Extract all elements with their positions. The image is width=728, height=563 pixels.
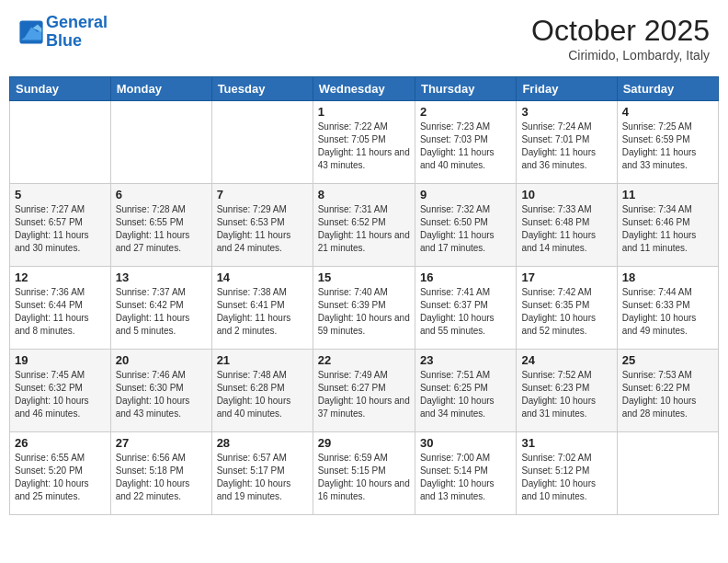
day-cell: 21Sunrise: 7:48 AM Sunset: 6:28 PM Dayli… — [211, 350, 313, 432]
day-cell: 2Sunrise: 7:23 AM Sunset: 7:03 PM Daylig… — [415, 101, 516, 184]
day-cell: 13Sunrise: 7:37 AM Sunset: 6:42 PM Dayli… — [110, 267, 211, 350]
day-header-saturday: Saturday — [617, 77, 718, 101]
day-info: Sunrise: 7:41 AM Sunset: 6:37 PM Dayligh… — [420, 286, 511, 338]
title-area: October 2025 Cirimido, Lombardy, Italy — [531, 14, 710, 63]
day-info: Sunrise: 7:29 AM Sunset: 6:53 PM Dayligh… — [217, 203, 308, 255]
day-info: Sunrise: 7:02 AM Sunset: 5:12 PM Dayligh… — [521, 452, 611, 503]
day-number: 15 — [318, 270, 410, 284]
day-info: Sunrise: 7:36 AM Sunset: 6:44 PM Dayligh… — [15, 286, 106, 338]
day-info: Sunrise: 7:27 AM Sunset: 6:57 PM Dayligh… — [15, 203, 106, 255]
day-cell: 26Sunrise: 6:55 AM Sunset: 5:20 PM Dayli… — [10, 432, 111, 515]
calendar: SundayMondayTuesdayWednesdayThursdayFrid… — [9, 76, 719, 515]
day-cell: 28Sunrise: 6:57 AM Sunset: 5:17 PM Dayli… — [211, 432, 313, 515]
day-info: Sunrise: 6:56 AM Sunset: 5:18 PM Dayligh… — [116, 452, 207, 503]
week-row-1: 1Sunrise: 7:22 AM Sunset: 7:05 PM Daylig… — [10, 101, 719, 184]
day-info: Sunrise: 7:33 AM Sunset: 6:48 PM Dayligh… — [521, 203, 611, 255]
day-number: 21 — [217, 353, 308, 367]
day-cell: 11Sunrise: 7:34 AM Sunset: 6:46 PM Dayli… — [617, 184, 718, 267]
logo-line1: General — [46, 13, 108, 31]
day-info: Sunrise: 7:25 AM Sunset: 6:59 PM Dayligh… — [622, 121, 713, 172]
day-info: Sunrise: 7:49 AM Sunset: 6:27 PM Dayligh… — [318, 369, 410, 420]
day-info: Sunrise: 6:59 AM Sunset: 5:15 PM Dayligh… — [318, 452, 410, 503]
day-info: Sunrise: 7:40 AM Sunset: 6:39 PM Dayligh… — [318, 286, 410, 338]
day-number: 18 — [622, 270, 713, 284]
day-number: 16 — [420, 270, 511, 284]
day-number: 1 — [318, 105, 410, 119]
day-cell: 30Sunrise: 7:00 AM Sunset: 5:14 PM Dayli… — [415, 432, 516, 515]
day-info: Sunrise: 7:37 AM Sunset: 6:42 PM Dayligh… — [116, 286, 207, 338]
day-cell: 6Sunrise: 7:28 AM Sunset: 6:55 PM Daylig… — [110, 184, 211, 267]
day-cell — [10, 101, 111, 184]
day-header-thursday: Thursday — [415, 77, 516, 101]
day-number: 29 — [318, 436, 410, 450]
day-cell: 4Sunrise: 7:25 AM Sunset: 6:59 PM Daylig… — [617, 101, 718, 184]
day-cell: 23Sunrise: 7:51 AM Sunset: 6:25 PM Dayli… — [415, 350, 516, 432]
day-number: 7 — [217, 188, 308, 201]
day-number: 20 — [116, 353, 207, 367]
day-header-monday: Monday — [110, 77, 211, 101]
day-cell: 20Sunrise: 7:46 AM Sunset: 6:30 PM Dayli… — [110, 350, 211, 432]
day-cell: 16Sunrise: 7:41 AM Sunset: 6:37 PM Dayli… — [415, 267, 516, 350]
day-info: Sunrise: 7:34 AM Sunset: 6:46 PM Dayligh… — [622, 203, 713, 255]
day-cell: 7Sunrise: 7:29 AM Sunset: 6:53 PM Daylig… — [211, 184, 313, 267]
day-cell: 25Sunrise: 7:53 AM Sunset: 6:22 PM Dayli… — [617, 350, 718, 432]
day-cell — [617, 432, 718, 515]
day-info: Sunrise: 6:55 AM Sunset: 5:20 PM Dayligh… — [15, 452, 106, 503]
day-number: 26 — [15, 436, 106, 450]
day-header-friday: Friday — [517, 77, 617, 101]
day-info: Sunrise: 7:32 AM Sunset: 6:50 PM Dayligh… — [420, 203, 511, 255]
day-number: 31 — [521, 436, 611, 450]
day-info: Sunrise: 7:42 AM Sunset: 6:35 PM Dayligh… — [521, 286, 611, 338]
day-cell: 9Sunrise: 7:32 AM Sunset: 6:50 PM Daylig… — [415, 184, 516, 267]
day-cell: 29Sunrise: 6:59 AM Sunset: 5:15 PM Dayli… — [313, 432, 415, 515]
day-cell: 22Sunrise: 7:49 AM Sunset: 6:27 PM Dayli… — [313, 350, 415, 432]
day-number: 24 — [521, 353, 611, 367]
day-info: Sunrise: 7:53 AM Sunset: 6:22 PM Dayligh… — [622, 369, 713, 420]
page-header: General Blue October 2025 Cirimido, Lomb… — [9, 9, 719, 67]
day-cell: 8Sunrise: 7:31 AM Sunset: 6:52 PM Daylig… — [313, 184, 415, 267]
day-header-sunday: Sunday — [10, 77, 111, 101]
day-info: Sunrise: 7:44 AM Sunset: 6:33 PM Dayligh… — [622, 286, 713, 338]
day-cell: 3Sunrise: 7:24 AM Sunset: 7:01 PM Daylig… — [517, 101, 617, 184]
logo: General Blue — [18, 14, 108, 51]
day-cell: 27Sunrise: 6:56 AM Sunset: 5:18 PM Dayli… — [110, 432, 211, 515]
day-cell: 5Sunrise: 7:27 AM Sunset: 6:57 PM Daylig… — [10, 184, 111, 267]
day-cell: 10Sunrise: 7:33 AM Sunset: 6:48 PM Dayli… — [517, 184, 617, 267]
day-number: 19 — [15, 353, 106, 367]
day-number: 5 — [15, 188, 106, 201]
day-number: 4 — [622, 105, 713, 119]
day-number: 23 — [420, 353, 511, 367]
day-cell: 12Sunrise: 7:36 AM Sunset: 6:44 PM Dayli… — [10, 267, 111, 350]
day-info: Sunrise: 7:51 AM Sunset: 6:25 PM Dayligh… — [420, 369, 511, 420]
day-info: Sunrise: 7:23 AM Sunset: 7:03 PM Dayligh… — [420, 121, 511, 172]
day-header-wednesday: Wednesday — [313, 77, 415, 101]
day-number: 10 — [521, 188, 611, 201]
day-cell: 18Sunrise: 7:44 AM Sunset: 6:33 PM Dayli… — [617, 267, 718, 350]
day-info: Sunrise: 7:48 AM Sunset: 6:28 PM Dayligh… — [217, 369, 308, 420]
day-info: Sunrise: 7:45 AM Sunset: 6:32 PM Dayligh… — [15, 369, 106, 420]
day-number: 25 — [622, 353, 713, 367]
day-cell: 17Sunrise: 7:42 AM Sunset: 6:35 PM Dayli… — [517, 267, 617, 350]
day-number: 13 — [116, 270, 207, 284]
day-info: Sunrise: 7:46 AM Sunset: 6:30 PM Dayligh… — [116, 369, 207, 420]
day-info: Sunrise: 7:22 AM Sunset: 7:05 PM Dayligh… — [318, 121, 410, 172]
day-number: 6 — [116, 188, 207, 201]
day-info: Sunrise: 7:24 AM Sunset: 7:01 PM Dayligh… — [521, 121, 611, 172]
day-number: 30 — [420, 436, 511, 450]
day-cell: 1Sunrise: 7:22 AM Sunset: 7:05 PM Daylig… — [313, 101, 415, 184]
day-info: Sunrise: 6:57 AM Sunset: 5:17 PM Dayligh… — [217, 452, 308, 503]
day-cell: 15Sunrise: 7:40 AM Sunset: 6:39 PM Dayli… — [313, 267, 415, 350]
day-cell: 14Sunrise: 7:38 AM Sunset: 6:41 PM Dayli… — [211, 267, 313, 350]
day-info: Sunrise: 7:52 AM Sunset: 6:23 PM Dayligh… — [521, 369, 611, 420]
day-number: 12 — [15, 270, 106, 284]
week-row-2: 5Sunrise: 7:27 AM Sunset: 6:57 PM Daylig… — [10, 184, 719, 267]
day-info: Sunrise: 7:28 AM Sunset: 6:55 PM Dayligh… — [116, 203, 207, 255]
day-cell: 24Sunrise: 7:52 AM Sunset: 6:23 PM Dayli… — [517, 350, 617, 432]
day-info: Sunrise: 7:00 AM Sunset: 5:14 PM Dayligh… — [420, 452, 511, 503]
logo-text: General Blue — [46, 14, 108, 51]
day-number: 3 — [521, 105, 611, 119]
day-number: 28 — [217, 436, 308, 450]
day-number: 11 — [622, 188, 713, 201]
week-row-3: 12Sunrise: 7:36 AM Sunset: 6:44 PM Dayli… — [10, 267, 719, 350]
day-header-tuesday: Tuesday — [211, 77, 313, 101]
